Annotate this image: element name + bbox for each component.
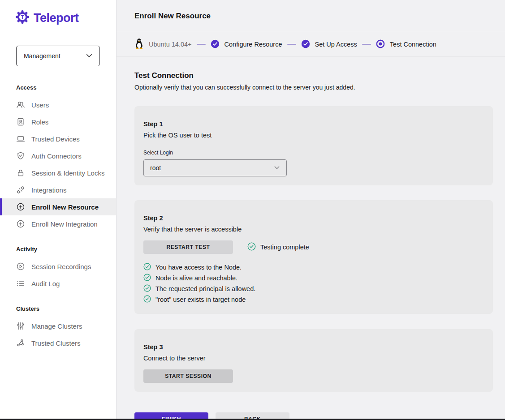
sidebar-item-label: Trusted Devices — [31, 135, 80, 143]
chevron-down-icon — [273, 164, 281, 172]
circle-plus-icon — [16, 219, 25, 228]
step-complete-check-icon — [211, 39, 220, 50]
circle-plus-icon — [16, 202, 25, 211]
step3-description: Connect to the server — [143, 355, 484, 362]
step2-title: Step 2 — [143, 214, 484, 222]
stepper-dash — [287, 44, 296, 45]
check-item: The requested principal is allowed. — [143, 283, 484, 294]
teleport-gear-icon: T — [15, 10, 30, 26]
network-icon — [16, 339, 25, 347]
stepper-resource-label: Ubuntu 14.04+ — [149, 41, 192, 48]
id-badge-icon — [16, 117, 25, 126]
list-icon — [16, 279, 25, 288]
sidebar: T Teleport Management Access Users Roles… — [0, 0, 117, 419]
test-checklist: You have access to the Node. Node is ali… — [143, 262, 484, 305]
stepper-step-label: Test Connection — [390, 41, 436, 48]
check-item-text: The requested principal is allowed. — [155, 285, 255, 292]
step3-title: Step 3 — [143, 343, 484, 351]
step1-title: Step 1 — [143, 120, 484, 128]
play-circle-icon — [16, 262, 25, 271]
success-check-icon — [143, 284, 151, 293]
sidebar-item-label: Roles — [31, 118, 48, 126]
stepper-dash — [362, 44, 371, 45]
main-area: Enroll New Resource Ubuntu 14.04+ Config… — [117, 0, 505, 419]
check-item: Node is alive and reachable. — [143, 273, 484, 283]
sidebar-item-label: Auth Connectors — [31, 152, 82, 160]
login-select[interactable]: root — [143, 159, 287, 176]
step2-description: Verify that the server is accessible — [143, 226, 484, 233]
sidebar-section-activity: Activity — [16, 246, 116, 253]
step3-card: Step 3 Connect to the server START SESSI… — [134, 329, 493, 392]
sidebar-item-label: Audit Log — [31, 280, 60, 287]
content: Test Connection Optionally verify that y… — [117, 71, 505, 420]
plug-icon — [16, 185, 25, 194]
sidebar-section-access: Access — [16, 84, 116, 91]
sidebar-item-label: Enroll New Integration — [31, 220, 98, 228]
users-icon — [16, 100, 25, 109]
stepper-step-label: Set Up Access — [315, 41, 357, 48]
login-select-value: root — [150, 164, 161, 171]
sidebar-item-label: Enroll New Resource — [31, 203, 99, 211]
check-item-text: "root" user exists in target node — [155, 296, 246, 303]
step-current-bullseye-icon — [376, 39, 385, 50]
sidebar-item-session-recordings[interactable]: Session Recordings — [0, 258, 116, 275]
page-header: Enroll New Resource — [117, 0, 505, 32]
laptop-icon — [16, 134, 25, 143]
sidebar-item-integrations[interactable]: Integrations — [0, 181, 116, 198]
sidebar-item-trusted-devices[interactable]: Trusted Devices — [0, 130, 116, 147]
sidebar-item-label: Users — [31, 101, 49, 109]
section-title: Test Connection — [134, 71, 505, 80]
workspace-selector[interactable]: Management — [16, 46, 100, 66]
shield-check-icon — [16, 151, 25, 160]
sidebar-item-audit-log[interactable]: Audit Log — [0, 275, 116, 292]
test-status-text: Testing complete — [260, 244, 309, 251]
lock-icon — [16, 168, 25, 177]
sidebar-item-label: Session & Identity Locks — [31, 169, 104, 177]
chevron-down-icon — [85, 51, 93, 61]
sidebar-item-users[interactable]: Users — [0, 96, 116, 113]
check-item-text: You have access to the Node. — [155, 264, 242, 271]
page-title: Enroll New Resource — [134, 12, 211, 21]
workspace-selector-value: Management — [24, 52, 60, 60]
check-item: You have access to the Node. — [143, 262, 484, 273]
test-status: Testing complete — [247, 242, 309, 252]
sidebar-item-label: Integrations — [31, 186, 66, 194]
check-item: "root" user exists in target node — [143, 294, 484, 305]
restart-test-button[interactable]: RESTART TEST — [143, 240, 233, 254]
sidebar-item-auth-connectors[interactable]: Auth Connectors — [0, 147, 116, 164]
sidebar-item-label: Session Recordings — [31, 263, 91, 270]
enroll-stepper: Ubuntu 14.04+ Configure Resource Set Up … — [117, 32, 505, 57]
sidebar-section-clusters: Clusters — [16, 305, 116, 312]
teleport-logo[interactable]: T Teleport — [15, 10, 116, 26]
section-subtitle: Optionally verify that you can successfu… — [134, 84, 505, 91]
brand-name: Teleport — [34, 11, 79, 25]
linux-penguin-icon — [134, 38, 144, 51]
sidebar-item-session-identity-locks[interactable]: Session & Identity Locks — [0, 164, 116, 181]
stepper-dash — [197, 44, 206, 45]
step2-card: Step 2 Verify that the server is accessi… — [134, 200, 493, 314]
step-complete-check-icon — [301, 39, 310, 50]
sidebar-item-manage-clusters[interactable]: Manage Clusters — [0, 317, 116, 334]
sidebar-item-trusted-clusters[interactable]: Trusted Clusters — [0, 334, 116, 351]
success-check-icon — [143, 274, 151, 283]
sidebar-item-label: Trusted Clusters — [31, 339, 80, 347]
svg-text:T: T — [21, 14, 24, 20]
sidebar-item-roles[interactable]: Roles — [0, 113, 116, 130]
success-check-icon — [143, 263, 151, 272]
success-check-icon — [247, 242, 256, 252]
sliders-icon — [16, 321, 25, 330]
select-login-label: Select Login — [143, 150, 484, 156]
check-item-text: Node is alive and reachable. — [155, 274, 237, 282]
start-session-button[interactable]: START SESSION — [143, 369, 233, 383]
step1-description: Pick the OS user to test — [143, 132, 484, 139]
sidebar-item-enroll-new-integration[interactable]: Enroll New Integration — [0, 215, 116, 232]
success-check-icon — [143, 295, 151, 304]
sidebar-item-label: Manage Clusters — [31, 322, 82, 330]
stepper-step-label: Configure Resource — [224, 41, 282, 48]
sidebar-item-enroll-new-resource[interactable]: Enroll New Resource — [0, 198, 116, 215]
step1-card: Step 1 Pick the OS user to test Select L… — [134, 106, 493, 185]
